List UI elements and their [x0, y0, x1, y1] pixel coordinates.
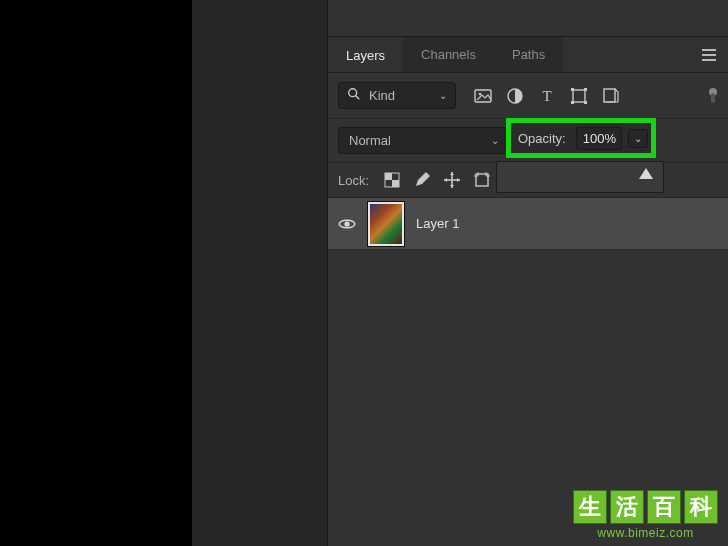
filter-kind-label: Kind: [369, 88, 395, 103]
watermark-char: 生: [573, 490, 607, 524]
layers-list: Layer 1: [328, 198, 728, 250]
svg-line-1: [356, 96, 360, 100]
svg-point-3: [479, 92, 482, 95]
svg-rect-7: [571, 88, 574, 91]
svg-rect-13: [385, 173, 392, 180]
visibility-toggle-icon[interactable]: [338, 215, 356, 233]
lock-transparency-icon[interactable]: [383, 171, 401, 189]
watermark-char: 活: [610, 490, 644, 524]
lock-label: Lock:: [338, 173, 369, 188]
filter-smartobject-icon[interactable]: [602, 87, 620, 105]
lock-icons-group: [383, 171, 491, 189]
layer-row[interactable]: Layer 1: [328, 198, 728, 250]
svg-rect-6: [573, 90, 585, 102]
watermark: 生 活 百 科 www.bimeiz.com: [573, 490, 718, 540]
opacity-label[interactable]: Opacity:: [514, 131, 570, 146]
opacity-control-highlight: Opacity: 100% ⌄: [506, 118, 656, 158]
document-area: [0, 0, 328, 546]
tab-channels[interactable]: Channels: [403, 37, 494, 72]
watermark-url: www.bimeiz.com: [573, 526, 718, 540]
tab-layers[interactable]: Layers: [328, 37, 403, 72]
lock-pixels-icon[interactable]: [413, 171, 431, 189]
opacity-dropdown-button[interactable]: ⌄: [628, 129, 648, 148]
blend-mode-select[interactable]: Normal ⌄: [338, 127, 510, 154]
svg-rect-9: [571, 101, 574, 104]
tab-paths[interactable]: Paths: [494, 37, 563, 72]
layer-thumbnail[interactable]: [368, 202, 404, 246]
svg-rect-11: [604, 89, 615, 102]
svg-rect-8: [584, 88, 587, 91]
chevron-down-icon: ⌄: [439, 90, 447, 101]
search-icon: [347, 87, 361, 104]
svg-point-20: [344, 221, 349, 226]
upper-panel-bar: [328, 0, 728, 37]
opacity-value-input[interactable]: 100%: [576, 127, 622, 150]
chevron-down-icon: ⌄: [491, 135, 499, 146]
filter-pixel-icon[interactable]: [474, 87, 492, 105]
canvas-background: [192, 0, 328, 546]
layers-panel: Layers Channels Paths Kind ⌄ T: [328, 37, 728, 546]
watermark-char: 百: [647, 490, 681, 524]
svg-text:T: T: [542, 88, 551, 104]
filter-type-icon[interactable]: T: [538, 87, 556, 105]
lock-row: Lock:: [328, 163, 728, 198]
lock-position-icon[interactable]: [443, 171, 461, 189]
panel-menu-icon[interactable]: [702, 49, 716, 61]
slider-thumb-icon[interactable]: [639, 168, 653, 179]
filter-toggle-switch[interactable]: [708, 89, 718, 103]
filter-kind-select[interactable]: Kind ⌄: [338, 82, 456, 109]
watermark-char: 科: [684, 490, 718, 524]
filter-shape-icon[interactable]: [570, 87, 588, 105]
svg-rect-10: [584, 101, 587, 104]
panel-tabs: Layers Channels Paths: [328, 37, 728, 73]
filter-adjustment-icon[interactable]: [506, 87, 524, 105]
blend-mode-value: Normal: [349, 133, 391, 148]
opacity-slider-popup[interactable]: [496, 161, 664, 193]
svg-point-0: [349, 89, 357, 97]
lock-artboard-icon[interactable]: [473, 171, 491, 189]
layer-name-label[interactable]: Layer 1: [416, 216, 459, 231]
filter-row: Kind ⌄ T: [328, 73, 728, 119]
filter-type-icons: T: [474, 87, 620, 105]
svg-rect-14: [392, 180, 399, 187]
blend-row: Normal ⌄ Opacity: 100% ⌄: [328, 119, 728, 163]
